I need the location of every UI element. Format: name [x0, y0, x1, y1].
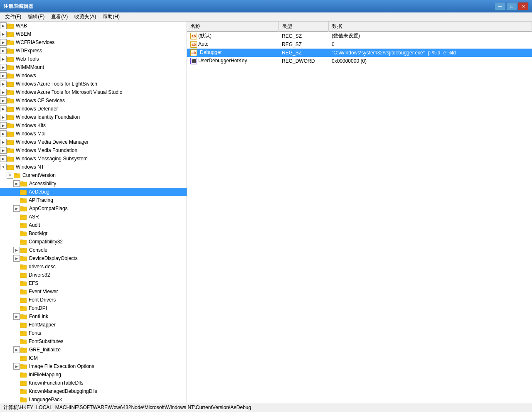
tree-item-wcfriaservices[interactable]: ▶ WCFRIAServices: [0, 38, 187, 47]
table-row[interactable]: ⬛UserDebuggerHotKeyREG_DWORD0x00000000 (…: [187, 57, 532, 65]
tree-label-windowsidentity: Windows Identity Foundation: [15, 114, 80, 120]
tree-label-windowsmessaging: Windows Messaging Subsystem: [15, 156, 88, 162]
tree-item-windowsmail[interactable]: ▶ Windows Mail: [0, 130, 187, 138]
tree-item-fontdrivers[interactable]: Font Drivers: [0, 296, 187, 304]
tree-toggle-wimmount[interactable]: ▶: [0, 64, 7, 71]
menu-edit[interactable]: 编辑(E): [25, 12, 48, 21]
tree-item-windowsmediadevice[interactable]: ▶ Windows Media Device Manager: [0, 138, 187, 146]
tree-item-wdexpress[interactable]: ▶ WDExpress: [0, 47, 187, 55]
tree-toggle-windowsmail[interactable]: ▶: [0, 130, 7, 137]
table-row[interactable]: abDebuggerREG_SZ"C:\Windows\system32\vsj…: [187, 49, 532, 57]
tree-item-efs[interactable]: EFS: [0, 279, 187, 287]
menu-file[interactable]: 文件(F): [2, 12, 25, 21]
svg-rect-15: [7, 82, 10, 83]
svg-rect-65: [20, 289, 23, 291]
tree-item-webtools[interactable]: ▶ Web Tools: [0, 55, 187, 63]
tree-toggle-imagefileexecution[interactable]: ▶: [13, 363, 20, 370]
tree-label-windowsmail: Windows Mail: [15, 131, 47, 137]
table-row[interactable]: abAutoREG_SZ0: [187, 40, 532, 49]
tree-toggle-wdexpress[interactable]: ▶: [0, 47, 7, 54]
tree-item-drivers32[interactable]: Drivers32: [0, 271, 187, 279]
tree-item-windowsce[interactable]: ▶ Windows CE Services: [0, 96, 187, 105]
tree-item-windowsmessaging[interactable]: ▶ Windows Messaging Subsystem: [0, 154, 187, 163]
folder-icon-knownmanageddebugging: [20, 388, 27, 394]
tree-item-inifilemap[interactable]: IniFileMapping: [0, 370, 187, 379]
tree-toggle-windowsnt[interactable]: ▼: [0, 164, 7, 170]
tree-item-fontmapper[interactable]: FontMapper: [0, 321, 187, 329]
tree-toggle-accessibility[interactable]: ▶: [13, 180, 20, 187]
tree-toggle-windowsmediafoundation[interactable]: ▶: [0, 147, 7, 154]
tree-item-console[interactable]: ▶ Console: [0, 246, 187, 254]
folder-icon-bootmgr: [20, 231, 27, 236]
tree-item-windowsdefender[interactable]: ▶ Windows Defender: [0, 105, 187, 113]
tree-toggle-devicedisplayobjects[interactable]: ▶: [13, 255, 20, 262]
minimize-button[interactable]: ─: [495, 2, 505, 10]
tree-toggle-fontlink[interactable]: ▶: [13, 313, 20, 320]
tree-item-fontlink[interactable]: ▶ FontLink: [0, 312, 187, 321]
menu-favorites[interactable]: 收藏夹(A): [71, 12, 99, 21]
tree-toggle-windows[interactable]: ▶: [0, 72, 7, 79]
tree-toggle-windowsdefender[interactable]: ▶: [0, 105, 7, 112]
tree-item-fonts[interactable]: Fonts: [0, 329, 187, 337]
tree-item-windowskits[interactable]: ▶ Windows Kits: [0, 121, 187, 130]
tree-item-eventviewer[interactable]: Event Viewer: [0, 287, 187, 296]
tree-item-windowsazuretools[interactable]: ▶ Windows Azure Tools for LightSwitch: [0, 80, 187, 88]
tree-item-compatibility32[interactable]: Compatibility32: [0, 238, 187, 246]
tree-toggle-windowsce[interactable]: ▶: [0, 97, 7, 104]
tree-toggle-windowsmediadevice[interactable]: ▶: [0, 139, 7, 145]
tree-toggle-windowsidentity[interactable]: ▶: [0, 114, 7, 120]
folder-icon-imagefileexecution: [20, 363, 27, 369]
tree-toggle-webtools[interactable]: ▶: [0, 56, 7, 62]
tree-item-driversdesc[interactable]: drivers.desc: [0, 262, 187, 271]
tree-label-wab: WAB: [15, 23, 27, 29]
tree-label-imagefileexecution: Image File Execution Options: [28, 363, 94, 369]
tree-toggle-windowsazuretools2[interactable]: ▶: [0, 89, 7, 96]
tree-item-windowsmediafoundation[interactable]: ▶ Windows Media Foundation: [0, 146, 187, 154]
folder-icon-windowsdefender: [7, 106, 14, 112]
tree-toggle-greinitialize[interactable]: ▶: [13, 346, 20, 353]
tree-item-windowsazuretools2[interactable]: ▶ Windows Azure Tools for Microsoft Visu…: [0, 88, 187, 96]
tree-item-wab[interactable]: ▶ WAB: [0, 22, 187, 30]
tree-item-greinitialize[interactable]: ▶ GRE_Initialize: [0, 346, 187, 354]
tree-label-windowsmediafoundation: Windows Media Foundation: [15, 147, 77, 153]
tree-item-apitracing[interactable]: APITracing: [0, 196, 187, 204]
tree-toggle-wbem[interactable]: ▶: [0, 31, 7, 37]
tree-item-appcompatflags[interactable]: ▶ AppCompatFlags: [0, 204, 187, 213]
tree-toggle-currentversion[interactable]: ▼: [7, 172, 13, 179]
tree-item-wimmount[interactable]: ▶ WIMMMount: [0, 63, 187, 71]
tree-toggle-wab[interactable]: ▶: [0, 22, 7, 29]
window-controls: ─ □ ✕: [495, 2, 529, 10]
tree-item-fontdpi[interactable]: FontDPI: [0, 304, 187, 312]
tree-label-windowsdefender: Windows Defender: [15, 106, 58, 112]
tree-item-currentversion[interactable]: ▼ CurrentVersion: [0, 171, 187, 179]
tree-toggle-windowsazuretools[interactable]: ▶: [0, 81, 7, 87]
tree-item-windows[interactable]: ▶ Windows: [0, 71, 187, 80]
tree-toggle-wcfriaservices[interactable]: ▶: [0, 39, 7, 46]
tree-item-aedebug[interactable]: AeDebug: [0, 188, 187, 196]
tree-item-windowsidentity[interactable]: ▶ Windows Identity Foundation: [0, 113, 187, 121]
tree-label-wbem: WBEM: [15, 31, 31, 37]
tree-item-bootmgr[interactable]: BootMgr: [0, 229, 187, 238]
tree-toggle-windowsmessaging[interactable]: ▶: [0, 155, 7, 162]
tree-item-icm[interactable]: ICM: [0, 354, 187, 362]
maximize-button[interactable]: □: [506, 2, 517, 10]
tree-toggle-console[interactable]: ▶: [13, 247, 20, 253]
table-row[interactable]: ab(默认)REG_SZ(数值未设置): [187, 32, 532, 41]
tree-toggle-windowskits[interactable]: ▶: [0, 122, 7, 129]
tree-item-asr[interactable]: ASR: [0, 213, 187, 221]
tree-item-audit[interactable]: Audit: [0, 221, 187, 229]
tree-item-wbem[interactable]: ▶ WBEM: [0, 30, 187, 38]
tree-item-devicedisplayobjects[interactable]: ▶ DeviceDisplayObjects: [0, 254, 187, 262]
tree-item-windowsnt[interactable]: ▼ Windows NT: [0, 163, 187, 171]
tree-item-accessibility[interactable]: ▶ Accessibility: [0, 179, 187, 188]
tree-item-imagefileexecution[interactable]: ▶ Image File Execution Options: [0, 362, 187, 370]
close-button[interactable]: ✕: [518, 2, 529, 10]
tree-item-fontsubstitutes[interactable]: FontSubstitutes: [0, 337, 187, 346]
tree-item-knownmanageddebugging[interactable]: KnownManagedDebuggingDlls: [0, 387, 187, 395]
tree-toggle-appcompatflags[interactable]: ▶: [13, 205, 20, 212]
menu-view[interactable]: 查看(V): [48, 12, 71, 21]
menu-help[interactable]: 帮助(H): [99, 12, 123, 21]
tree-item-languagepack[interactable]: LanguagePack: [0, 395, 187, 403]
tree-item-knownfunctiontable[interactable]: KnownFunctionTableDlls: [0, 379, 187, 387]
tree-scroll[interactable]: ▶ WAB▶ WBEM▶ WCFRIAServices▶ WDExpress▶ …: [0, 22, 187, 403]
